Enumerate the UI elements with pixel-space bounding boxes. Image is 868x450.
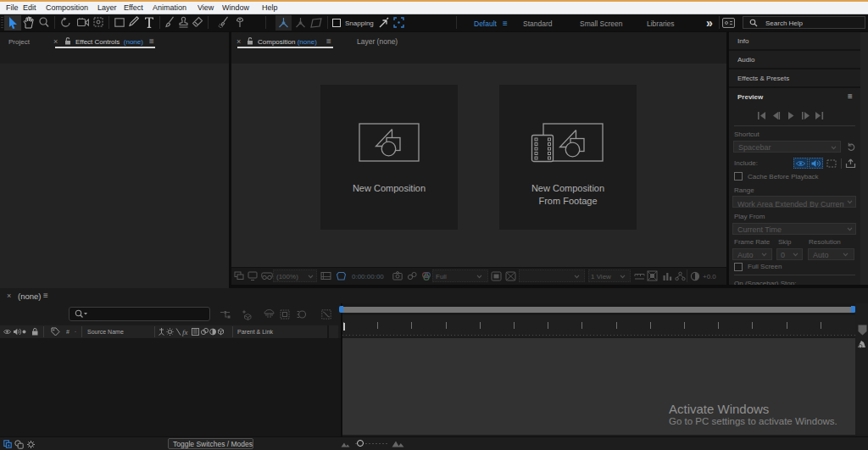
svg-text:fx: fx: [182, 328, 188, 336]
